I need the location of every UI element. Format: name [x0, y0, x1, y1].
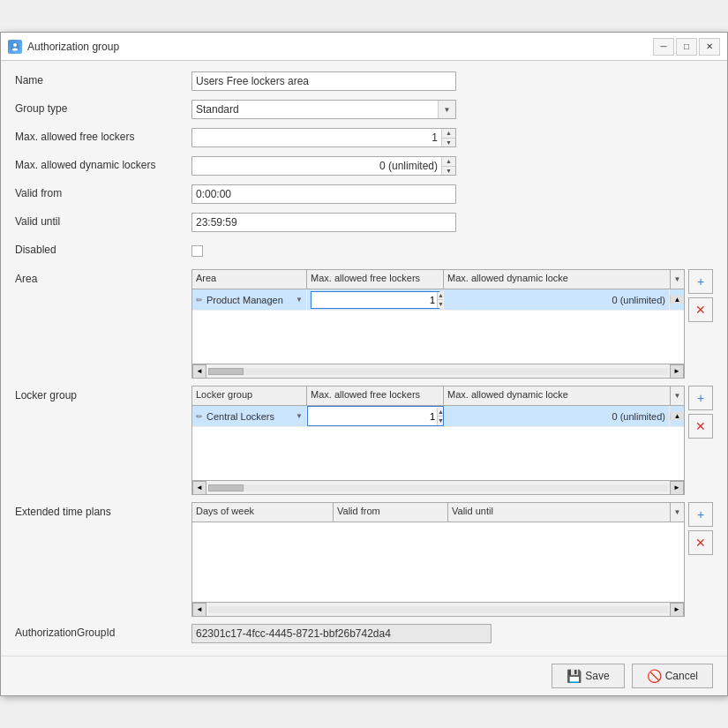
ext-col2-header: Valid from: [334, 503, 448, 522]
area-cell-spinner: ▲ ▼: [311, 291, 439, 309]
name-label: Name: [15, 71, 191, 86]
area-scroll-left-btn[interactable]: ◄: [192, 364, 206, 379]
extended-time-plans-label: Extended time plans: [15, 502, 191, 518]
disabled-label: Disabled: [15, 241, 191, 256]
locker-cell-select-wrapper[interactable]: Central Lockers ▼: [206, 408, 303, 424]
valid-until-input[interactable]: [191, 213, 456, 232]
locker-group-grid-container: Locker group Max. allowed free lockers M…: [191, 386, 685, 495]
area-col1-header: Area: [192, 270, 307, 289]
max-dynamic-lockers-up-btn[interactable]: ▲: [442, 157, 455, 166]
locker-group-grid-section: Locker group Max. allowed free lockers M…: [191, 386, 713, 495]
form-content: Name Group type Standard Dynamic ▼ Max. …: [1, 61, 727, 656]
minimize-button[interactable]: ─: [653, 38, 674, 56]
disabled-checkbox[interactable]: [191, 245, 203, 257]
locker-row-scroll-btn[interactable]: ▲: [670, 412, 684, 420]
area-max-free-spinner-btns: ▲ ▼: [437, 292, 444, 308]
auth-group-id-control: [191, 624, 713, 643]
area-grid-empty: [192, 311, 684, 364]
extended-time-plans-grid-header: Days of week Valid from Valid until ▼: [192, 503, 684, 522]
extended-time-plans-grid-section: Days of week Valid from Valid until ▼ ◄: [191, 502, 713, 617]
locker-group-remove-button[interactable]: ✕: [688, 414, 713, 439]
auth-group-id-input: [191, 624, 492, 643]
max-free-lockers-up-btn[interactable]: ▲: [442, 129, 455, 138]
locker-max-free-up-btn[interactable]: ▲: [438, 408, 444, 417]
area-scroll-track: [208, 368, 668, 375]
group-type-select-wrapper[interactable]: Standard Dynamic ▼: [191, 100, 456, 119]
area-grid-hscroll: ◄ ►: [192, 364, 684, 378]
title-bar: Authorization group ─ □ ✕: [1, 33, 727, 61]
ext-scroll-left-btn[interactable]: ◄: [192, 603, 206, 617]
group-type-select[interactable]: Standard Dynamic: [192, 101, 438, 118]
locker-scroll-right-btn[interactable]: ►: [670, 481, 684, 495]
max-free-lockers-spinner-btns: ▲ ▼: [441, 129, 455, 146]
locker-grid-cell-max-free: ▲ ▼: [307, 406, 444, 426]
group-type-control: Standard Dynamic ▼: [191, 100, 713, 119]
area-max-free-down-btn[interactable]: ▼: [438, 299, 444, 308]
area-remove-button[interactable]: ✕: [688, 297, 713, 322]
max-dynamic-lockers-input[interactable]: [192, 158, 441, 174]
max-dynamic-lockers-row: Max. allowed dynamic lockers ▲ ▼: [15, 156, 713, 177]
locker-group-grid-row-0[interactable]: ✏ Central Lockers ▼: [192, 406, 684, 427]
cancel-label: Cancel: [665, 670, 698, 682]
extended-time-plans-control: Days of week Valid from Valid until ▼ ◄: [191, 502, 713, 617]
extended-time-plans-grid-buttons: + ✕: [688, 502, 713, 555]
maximize-button[interactable]: □: [676, 38, 697, 56]
valid-from-input[interactable]: [191, 184, 456, 204]
locker-cell-arrow-icon: ▼: [296, 412, 303, 420]
svg-point-1: [13, 43, 17, 47]
locker-group-grid-header: Locker group Max. allowed free lockers M…: [192, 387, 684, 406]
max-free-lockers-control: ▲ ▼: [191, 128, 713, 147]
area-row-scroll-btn[interactable]: ▲: [670, 296, 684, 304]
area-cell-select[interactable]: Product Managen: [206, 295, 296, 305]
max-dynamic-lockers-control: ▲ ▼: [191, 156, 713, 176]
name-row: Name: [15, 71, 713, 93]
area-grid-buttons: + ✕: [688, 269, 713, 322]
locker-max-free-down-btn[interactable]: ▼: [438, 416, 444, 425]
max-dynamic-lockers-spinner: ▲ ▼: [191, 156, 456, 176]
area-grid-header: Area Max. allowed free lockers Max. allo…: [192, 270, 684, 289]
ext-col3-scroll-icon: ▼: [670, 503, 684, 522]
area-col2-header: Max. allowed free lockers: [307, 270, 444, 289]
max-free-lockers-down-btn[interactable]: ▼: [442, 138, 455, 147]
locker-group-add-button[interactable]: +: [688, 386, 713, 410]
disabled-checkbox-wrapper: [191, 241, 713, 260]
extended-time-plans-remove-button[interactable]: ✕: [688, 530, 713, 555]
ext-col3-header: Valid until: [448, 503, 670, 522]
locker-group-control: Locker group Max. allowed free lockers M…: [191, 386, 713, 495]
window-controls: ─ □ ✕: [653, 38, 720, 56]
locker-scroll-left-btn[interactable]: ◄: [192, 481, 206, 495]
valid-until-row: Valid until: [15, 213, 713, 234]
close-button[interactable]: ✕: [699, 38, 720, 56]
ext-col1-header: Days of week: [192, 503, 334, 522]
ext-scroll-right-btn[interactable]: ►: [670, 603, 684, 617]
max-dynamic-lockers-down-btn[interactable]: ▼: [442, 166, 455, 176]
area-scroll-thumb: [208, 368, 244, 375]
area-max-free-up-btn[interactable]: ▲: [438, 292, 444, 300]
save-button[interactable]: 💾 Save: [552, 664, 624, 688]
disabled-control: [191, 241, 713, 260]
disabled-row: Disabled: [15, 241, 713, 262]
app-icon: [8, 40, 22, 54]
area-cell-arrow-icon: ▼: [296, 296, 303, 304]
cancel-button[interactable]: 🚫 Cancel: [632, 664, 713, 688]
locker-group-grid-buttons: + ✕: [688, 386, 713, 439]
svg-point-2: [12, 48, 18, 50]
extended-time-plans-grid-empty: [192, 522, 684, 602]
area-max-dynamic-value: 0 (unlimited): [612, 295, 665, 305]
max-free-lockers-input[interactable]: [192, 130, 441, 146]
area-scroll-right-btn[interactable]: ►: [670, 364, 684, 379]
area-max-free-input[interactable]: [311, 295, 437, 305]
extended-time-plans-add-button[interactable]: +: [688, 502, 713, 527]
locker-group-grid: Locker group Max. allowed free lockers M…: [191, 386, 685, 495]
name-control: [191, 71, 713, 91]
auth-group-id-label: AuthorizationGroupId: [15, 624, 191, 639]
name-input[interactable]: [191, 71, 456, 91]
area-grid-row-0[interactable]: ✏ Product Managen ▼: [192, 289, 684, 311]
locker-scroll-thumb: [208, 484, 244, 492]
area-add-button[interactable]: +: [688, 269, 713, 294]
area-cell-select-wrapper[interactable]: Product Managen ▼: [206, 291, 303, 308]
locker-max-free-input[interactable]: [311, 411, 437, 422]
locker-col3-scroll-icon: ▼: [670, 387, 684, 405]
locker-cell-select[interactable]: Central Lockers: [206, 411, 296, 422]
title-bar-left: Authorization group: [8, 40, 119, 54]
